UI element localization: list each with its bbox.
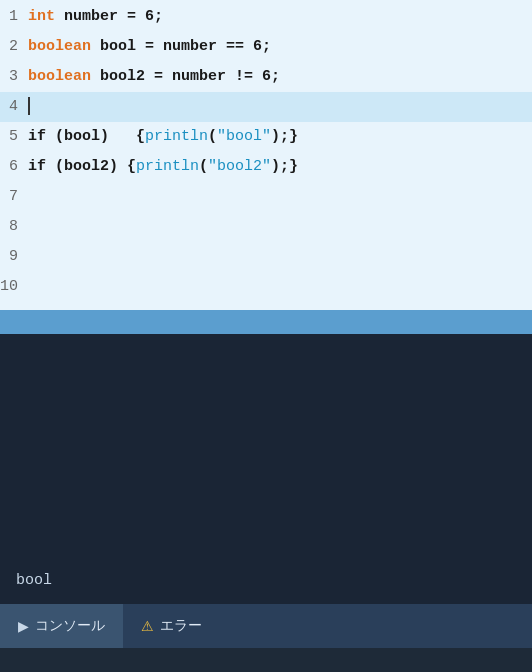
- line-number: 2: [0, 32, 28, 62]
- text-cursor: [28, 97, 30, 115]
- line-content: [28, 92, 532, 122]
- line-number: 7: [0, 182, 28, 212]
- line-number: 6: [0, 152, 28, 182]
- error-icon: ⚠: [141, 618, 154, 634]
- code-line-1: 1int number = 6;: [0, 2, 532, 32]
- console-area: bool ▶ コンソール ⚠ エラー: [0, 334, 532, 648]
- line-content: boolean bool = number == 6;: [28, 32, 532, 62]
- line-content: boolean bool2 = number != 6;: [28, 62, 532, 92]
- console-icon: ▶: [18, 618, 29, 634]
- error-label: エラー: [160, 617, 202, 635]
- code-line-9: 9: [0, 242, 532, 272]
- code-line-8: 8: [0, 212, 532, 242]
- code-line-10: 10: [0, 272, 532, 302]
- console-label: コンソール: [35, 617, 105, 635]
- tab-console[interactable]: ▶ コンソール: [0, 604, 123, 648]
- code-editor[interactable]: 1int number = 6;2boolean bool = number =…: [0, 0, 532, 310]
- line-number: 10: [0, 272, 28, 302]
- tab-error[interactable]: ⚠ エラー: [123, 604, 220, 648]
- code-line-4: 4: [0, 92, 532, 122]
- line-content: if (bool2) {println("bool2");}: [28, 152, 532, 182]
- line-content: if (bool) {println("bool");}: [28, 122, 532, 152]
- code-line-2: 2boolean bool = number == 6;: [0, 32, 532, 62]
- code-line-7: 7: [0, 182, 532, 212]
- code-line-3: 3boolean bool2 = number != 6;: [0, 62, 532, 92]
- code-line-6: 6if (bool2) {println("bool2");}: [0, 152, 532, 182]
- console-output: bool: [0, 334, 532, 604]
- line-number: 1: [0, 2, 28, 32]
- bottom-tab-bar: ▶ コンソール ⚠ エラー: [0, 604, 532, 648]
- code-lines: 1int number = 6;2boolean bool = number =…: [0, 0, 532, 302]
- line-number: 4: [0, 92, 28, 122]
- code-line-5: 5if (bool) {println("bool");}: [0, 122, 532, 152]
- editor-bottom-bar: [0, 310, 532, 334]
- line-number: 8: [0, 212, 28, 242]
- line-number: 5: [0, 122, 28, 152]
- line-number: 3: [0, 62, 28, 92]
- line-number: 9: [0, 242, 28, 272]
- line-content: int number = 6;: [28, 2, 532, 32]
- console-text: bool: [16, 570, 516, 593]
